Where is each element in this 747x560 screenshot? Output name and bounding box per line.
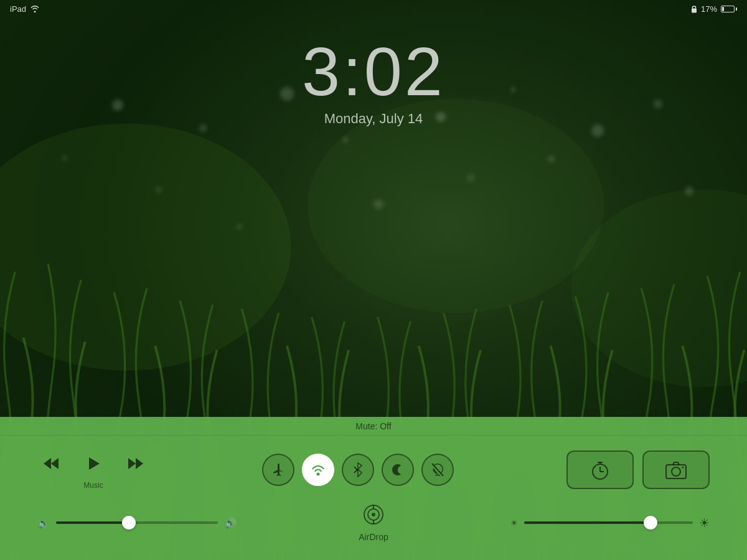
airdrop-icon <box>363 504 384 530</box>
bokeh-dot <box>62 156 67 161</box>
svg-point-22 <box>372 513 375 516</box>
control-center: Mute: Off <box>0 417 747 560</box>
sliders-row: 🔈 🔊 AirDrop ☀ <box>0 504 747 541</box>
brightness-min-icon: ☀ <box>510 518 518 528</box>
svg-point-19 <box>682 467 684 469</box>
brightness-track[interactable] <box>524 521 693 524</box>
quick-buttons <box>566 450 710 489</box>
bokeh-dot <box>467 174 474 182</box>
media-buttons <box>37 450 149 477</box>
wifi-toggle[interactable] <box>302 454 334 486</box>
svg-marker-9 <box>136 458 143 469</box>
battery-percentage: 17% <box>701 4 717 14</box>
play-button[interactable] <box>80 450 107 477</box>
svg-point-2 <box>308 99 604 313</box>
svg-point-18 <box>672 467 680 476</box>
timer-button[interactable] <box>566 450 634 489</box>
camera-button[interactable] <box>642 450 710 489</box>
lock-icon <box>691 5 697 13</box>
clock-time: 3:02 <box>302 37 445 106</box>
bokeh-dot <box>342 137 349 143</box>
media-controls: Music <box>37 450 149 490</box>
svg-marker-8 <box>128 458 136 469</box>
svg-point-10 <box>317 473 320 476</box>
brightness-area: ☀ ☀ <box>510 516 710 530</box>
airdrop-label: AirDrop <box>359 532 388 542</box>
do-not-disturb-toggle[interactable] <box>382 454 414 486</box>
rewind-button[interactable] <box>37 450 65 477</box>
forward-button[interactable] <box>122 450 149 477</box>
volume-max-icon: 🔊 <box>224 517 237 529</box>
svg-rect-4 <box>692 8 697 12</box>
wifi-status-icon <box>30 5 40 12</box>
bokeh-dot <box>156 187 162 193</box>
volume-area: 🔈 🔊 <box>37 517 237 529</box>
bokeh-dot <box>237 224 242 230</box>
airdrop-area[interactable]: AirDrop <box>359 504 388 542</box>
controls-row: Music <box>0 436 747 504</box>
device-label: iPad <box>10 4 26 14</box>
clock-area: 3:02 Monday, July 14 <box>0 37 747 127</box>
volume-track[interactable] <box>56 521 218 524</box>
status-right: 17% <box>691 4 737 14</box>
bokeh-dot <box>685 187 693 195</box>
svg-marker-5 <box>44 458 51 469</box>
status-left: iPad <box>10 4 40 14</box>
rotation-lock-toggle[interactable] <box>421 454 454 486</box>
clock-date: Monday, July 14 <box>324 111 423 127</box>
brightness-max-icon: ☀ <box>699 516 710 530</box>
bokeh-dot <box>548 156 555 162</box>
volume-min-icon: 🔈 <box>37 517 50 529</box>
status-bar: iPad 17% <box>0 0 747 17</box>
volume-thumb[interactable] <box>122 516 136 530</box>
svg-marker-6 <box>51 458 59 469</box>
mute-label: Mute: Off <box>355 421 391 431</box>
airplane-mode-toggle[interactable] <box>262 454 294 486</box>
mute-bar: Mute: Off <box>0 417 747 436</box>
battery-icon <box>721 6 737 12</box>
music-label: Music <box>83 481 103 490</box>
bluetooth-toggle[interactable] <box>342 454 374 486</box>
toggle-group <box>262 454 454 486</box>
brightness-thumb[interactable] <box>644 516 657 530</box>
svg-marker-7 <box>89 457 100 470</box>
bokeh-dot <box>374 199 383 209</box>
